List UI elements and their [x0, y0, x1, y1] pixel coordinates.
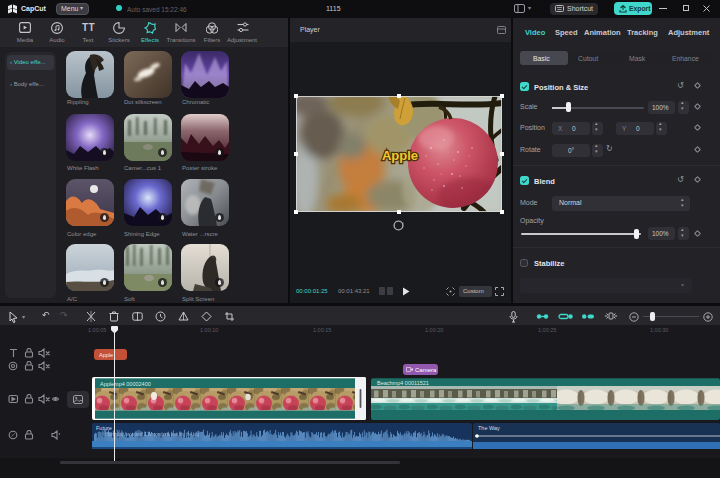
- svg-text:The Way: The Way: [478, 425, 500, 431]
- svg-text:Beachmp4 00011521: Beachmp4 00011521: [377, 380, 429, 386]
- svg-text:Apple: Apple: [382, 148, 418, 163]
- svg-text:Applemp4 00002400: Applemp4 00002400: [100, 381, 151, 387]
- svg-text:I I I Birthday bros and: I I I Birthday bros and J W combine me i…: [100, 432, 200, 437]
- svg-text:Future: Future: [96, 425, 112, 431]
